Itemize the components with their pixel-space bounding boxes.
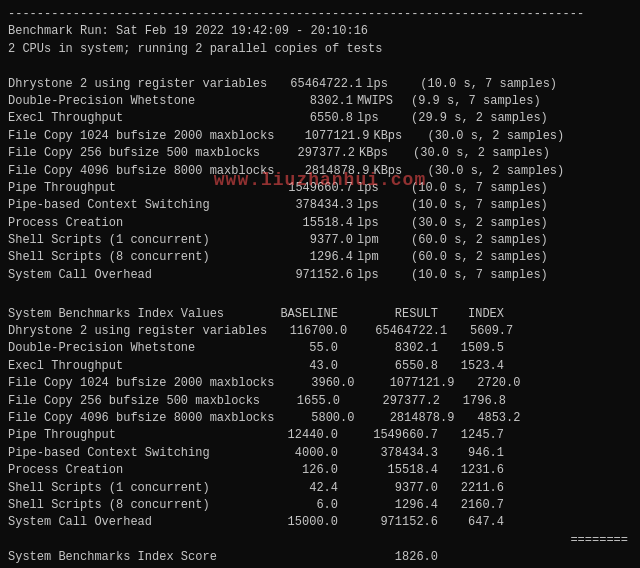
bench-unit-sh8: lpm <box>357 249 407 266</box>
tr-index-sh8: 2160.7 <box>438 497 508 514</box>
bench-extra-proc: (30.0 s, 2 samples) <box>411 215 548 232</box>
tr-index-fc4096: 4853.2 <box>454 410 524 427</box>
col-header-label: System Benchmarks Index Values <box>8 306 258 323</box>
bench-extra-pipe: (10.0 s, 7 samples) <box>411 180 548 197</box>
tr-label-fc256: File Copy 256 bufsize 500 maxblocks <box>8 393 260 410</box>
bench-value-execl: 6550.8 <box>258 110 353 127</box>
tr-index-ctx: 946.1 <box>438 445 508 462</box>
bench-unit-execl: lps <box>357 110 407 127</box>
header-line1: Benchmark Run: Sat Feb 19 2022 19:42:09 … <box>8 23 632 40</box>
tr-label-fc4096: File Copy 4096 bufsize 8000 maxblocks <box>8 410 274 427</box>
benchmark-list: www.liuzhanhui.com Dhrystone 2 using reg… <box>8 76 632 285</box>
header-line2: 2 CPUs in system; running 2 parallel cop… <box>8 41 632 58</box>
tr-baseline-sh8: 6.0 <box>258 497 338 514</box>
bench-unit-fc4096: KBps <box>373 163 423 180</box>
tr-index-execl: 1523.4 <box>438 358 508 375</box>
bench-unit-fc1024: KBps <box>373 128 423 145</box>
bench-unit-fc256: KBps <box>359 145 409 162</box>
bench-extra-whet: (9.9 s, 7 samples) <box>411 93 541 110</box>
tr-baseline-execl: 43.0 <box>258 358 338 375</box>
bench-row-execl: Execl Throughput 6550.8 lps (29.9 s, 2 s… <box>8 110 632 127</box>
bench-label-fc256: File Copy 256 bufsize 500 maxblocks <box>8 145 260 162</box>
tr-label-ctx: Pipe-based Context Switching <box>8 445 258 462</box>
bench-extra-fc256: (30.0 s, 2 samples) <box>413 145 550 162</box>
bench-label-dhry: Dhrystone 2 using register variables <box>8 76 267 93</box>
table-row-sh1: Shell Scripts (1 concurrent) 42.4 9377.0… <box>8 480 632 497</box>
table-row-fc1024: File Copy 1024 bufsize 2000 maxblocks 39… <box>8 375 632 392</box>
bench-row-pipe: Pipe Throughput 1549660.7 lps (10.0 s, 7… <box>8 180 632 197</box>
table-row-dhry: Dhrystone 2 using register variables 116… <box>8 323 632 340</box>
table-row-fc256: File Copy 256 bufsize 500 maxblocks 1655… <box>8 393 632 410</box>
tr-baseline-syscall: 15000.0 <box>258 514 338 531</box>
bench-row-ctx: Pipe-based Context Switching 378434.3 lp… <box>8 197 632 214</box>
bench-value-proc: 15518.4 <box>258 215 353 232</box>
tr-label-syscall: System Call Overhead <box>8 514 258 531</box>
table-row-syscall: System Call Overhead 15000.0 971152.6 64… <box>8 514 632 531</box>
tr-baseline-ctx: 4000.0 <box>258 445 338 462</box>
bench-extra-dhry: (10.0 s, 7 samples) <box>420 76 557 93</box>
bench-label-sh1: Shell Scripts (1 concurrent) <box>8 232 258 249</box>
table-row-ctx: Pipe-based Context Switching 4000.0 3784… <box>8 445 632 462</box>
bench-value-sh1: 9377.0 <box>258 232 353 249</box>
table-row-sh8: Shell Scripts (8 concurrent) 6.0 1296.4 … <box>8 497 632 514</box>
tr-baseline-dhry: 116700.0 <box>267 323 347 340</box>
tr-index-fc256: 1796.8 <box>440 393 510 410</box>
bench-label-whet: Double-Precision Whetstone <box>8 93 258 110</box>
bench-row-whet: Double-Precision Whetstone 8302.1 MWIPS … <box>8 93 632 110</box>
index-table: System Benchmarks Index Values BASELINE … <box>8 306 632 567</box>
tr-result-dhry: 65464722.1 <box>347 323 447 340</box>
tr-baseline-fc4096: 5800.0 <box>274 410 354 427</box>
bench-label-ctx: Pipe-based Context Switching <box>8 197 258 214</box>
spacer1 <box>8 58 632 75</box>
bench-extra-fc1024: (30.0 s, 2 samples) <box>427 128 564 145</box>
tr-label-pipe: Pipe Throughput <box>8 427 258 444</box>
table-header-row: System Benchmarks Index Values BASELINE … <box>8 306 632 323</box>
tr-label-sh1: Shell Scripts (1 concurrent) <box>8 480 258 497</box>
bench-label-pipe: Pipe Throughput <box>8 180 258 197</box>
tr-index-syscall: 647.4 <box>438 514 508 531</box>
tr-result-execl: 6550.8 <box>338 358 438 375</box>
tr-baseline-whet: 55.0 <box>258 340 338 357</box>
tr-baseline-pipe: 12440.0 <box>258 427 338 444</box>
bench-extra-sh1: (60.0 s, 2 samples) <box>411 232 548 249</box>
bench-value-syscall: 971152.6 <box>258 267 353 284</box>
tr-index-dhry: 5609.7 <box>447 323 517 340</box>
tr-index-fc1024: 2720.0 <box>454 375 524 392</box>
table-row-execl: Execl Throughput 43.0 6550.8 1523.4 <box>8 358 632 375</box>
bench-extra-fc4096: (30.0 s, 2 samples) <box>427 163 564 180</box>
tr-result-pipe: 1549660.7 <box>338 427 438 444</box>
bench-value-fc1024: 1077121.9 <box>274 128 369 145</box>
tr-index-pipe: 1245.7 <box>438 427 508 444</box>
bench-unit-whet: MWIPS <box>357 93 407 110</box>
bench-row-dhry: Dhrystone 2 using register variables 654… <box>8 76 632 93</box>
bench-row-proc: Process Creation 15518.4 lps (30.0 s, 2 … <box>8 215 632 232</box>
bench-label-fc1024: File Copy 1024 bufsize 2000 maxblocks <box>8 128 274 145</box>
col-header-index: INDEX <box>438 306 508 323</box>
bench-value-pipe: 1549660.7 <box>258 180 353 197</box>
bench-value-ctx: 378434.3 <box>258 197 353 214</box>
tr-result-fc4096: 2814878.9 <box>354 410 454 427</box>
bench-label-execl: Execl Throughput <box>8 110 258 127</box>
bench-extra-execl: (29.9 s, 2 samples) <box>411 110 548 127</box>
col-header-baseline: BASELINE <box>258 306 338 323</box>
bench-row-sh8: Shell Scripts (8 concurrent) 1296.4 lpm … <box>8 249 632 266</box>
final-score-value: 1826.0 <box>258 549 438 566</box>
table-row-whet: Double-Precision Whetstone 55.0 8302.1 1… <box>8 340 632 357</box>
top-separator: ----------------------------------------… <box>8 6 632 23</box>
table-row-proc: Process Creation 126.0 15518.4 1231.6 <box>8 462 632 479</box>
tr-result-proc: 15518.4 <box>338 462 438 479</box>
tr-label-proc: Process Creation <box>8 462 258 479</box>
bench-unit-dhry: lps <box>366 76 416 93</box>
final-score-row: System Benchmarks Index Score 1826.0 <box>8 549 632 566</box>
bench-unit-pipe: lps <box>357 180 407 197</box>
tr-result-sh8: 1296.4 <box>338 497 438 514</box>
tr-result-whet: 8302.1 <box>338 340 438 357</box>
bench-label-proc: Process Creation <box>8 215 258 232</box>
bench-row-fc1024: File Copy 1024 bufsize 2000 maxblocks 10… <box>8 128 632 145</box>
table-row-pipe: Pipe Throughput 12440.0 1549660.7 1245.7 <box>8 427 632 444</box>
tr-label-fc1024: File Copy 1024 bufsize 2000 maxblocks <box>8 375 274 392</box>
bench-value-sh8: 1296.4 <box>258 249 353 266</box>
tr-baseline-fc1024: 3960.0 <box>274 375 354 392</box>
tr-result-fc256: 297377.2 <box>340 393 440 410</box>
bench-extra-syscall: (10.0 s, 7 samples) <box>411 267 548 284</box>
